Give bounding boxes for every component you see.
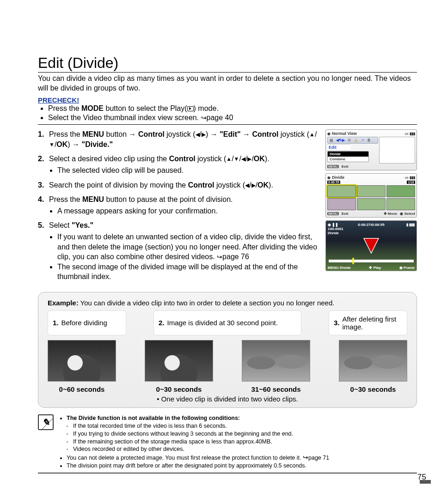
step-1: 1. Press the MENU button → Control joyst… — [38, 129, 322, 149]
step-num: 3. — [38, 180, 44, 190]
menu-button-label: MENU — [327, 165, 339, 168]
t: button — [104, 130, 129, 138]
n: 3. — [334, 319, 340, 327]
t: Control — [188, 181, 214, 189]
camera-icon: ◉ ❚❚ — [328, 223, 338, 227]
seek-bar — [329, 260, 414, 262]
step-num: 1. — [38, 129, 44, 140]
right-icon: ▶ — [251, 182, 256, 189]
n: 2. — [159, 319, 165, 327]
substep: The second image of the divided image wi… — [57, 262, 322, 282]
t: ) — [206, 130, 210, 138]
move-label: Move — [388, 212, 397, 216]
screen-title: Divide — [332, 175, 344, 180]
thumbnail — [386, 185, 415, 197]
t: ) — [67, 140, 72, 148]
thumbnail — [327, 185, 356, 197]
caption: 31~60 seconds — [251, 385, 300, 393]
note-sub: Videos recorded or edited by other devic… — [73, 445, 329, 453]
right-icon: ▶ — [202, 131, 206, 138]
menu-button-label: MENU — [328, 266, 339, 270]
t: joystick ( — [281, 130, 309, 138]
example-col-3: 0~30 seconds — [339, 340, 407, 393]
t: "Yes." — [72, 221, 93, 229]
t: Select a desired video clip using the — [49, 155, 169, 163]
t: page 76 — [222, 253, 249, 261]
t: ) mode. — [194, 104, 219, 112]
example-image-flower — [48, 340, 116, 382]
exit-label: Exit — [342, 212, 349, 216]
t: Press the — [48, 104, 81, 112]
frame-label: Frame — [404, 266, 415, 270]
playhead-marker-icon — [363, 237, 380, 255]
grid-icon: ▦ — [330, 138, 333, 142]
thumbnail-grid — [327, 185, 415, 210]
t: button to pause at the point of division… — [104, 195, 233, 203]
step-num: 4. — [38, 194, 44, 205]
t: After deleting first image. — [343, 315, 402, 331]
ref-arrow-icon — [217, 253, 222, 261]
thumbnail — [357, 198, 386, 210]
t: Control — [138, 130, 165, 138]
t: joystick ( — [196, 155, 227, 163]
caption: 0~30 seconds — [350, 385, 396, 393]
n: 1. — [53, 319, 59, 327]
caption: 0~60 seconds — [59, 385, 105, 393]
svg-marker-0 — [364, 238, 379, 253]
t: "Edit" — [218, 130, 241, 138]
t: page 40 — [207, 114, 233, 121]
example-col-2a: 0~30 seconds — [145, 340, 213, 393]
timecode-label: 0:00:27/0:00:55 — [358, 223, 384, 227]
example-step-2: 2.Image is divided at 30 second point. — [153, 310, 301, 335]
t: Control — [252, 130, 278, 138]
note-icon: ✎ — [38, 414, 54, 430]
example-step-3: 3.After deleting first image. — [329, 310, 407, 335]
t: MENU — [82, 195, 104, 203]
t: OK — [56, 140, 67, 148]
step-4: 4. Press the MENU button to pause at the… — [38, 194, 322, 216]
note-sub: If the total recorded time of the video … — [73, 422, 329, 430]
example-bottom-note: • One video clip is divided into two vid… — [48, 395, 407, 403]
camera-icon: ◉ — [327, 132, 331, 136]
t: MODE — [81, 104, 104, 112]
t: page 71 — [308, 455, 329, 461]
t: Control — [169, 155, 196, 163]
t: Image is divided at 30 second point. — [167, 319, 278, 327]
t: MENU — [82, 130, 104, 138]
t: ). — [269, 181, 273, 189]
t: "Divide." — [80, 140, 113, 148]
left-icon: ◀ — [241, 155, 245, 163]
example-image-flower — [145, 340, 213, 382]
arrow-icon: → — [129, 130, 136, 138]
edit-menu: Divide Combine — [327, 151, 369, 162]
note-sub: If you trying to divide sections without… — [73, 430, 329, 438]
battery-icon: ▮ ▮▮▮ — [406, 223, 415, 227]
t: joystick ( — [214, 181, 245, 189]
substep: If you want to delete an unwanted sectio… — [57, 232, 322, 262]
ref-arrow-icon — [303, 455, 308, 461]
screenshot-divide-playback: ◉ ❚❚ ▮ ▮▮▮ 0:00:27/0:00:55 100-0001 Divi… — [325, 220, 417, 271]
example-image-cactus — [339, 340, 407, 382]
t: Press the — [49, 195, 82, 203]
exit-label: Exit — [342, 164, 349, 169]
right-icon: ▶ — [247, 155, 251, 163]
t: OK — [257, 181, 269, 189]
t: Search the point of division by moving t… — [49, 181, 188, 189]
counter-label: 1/10 — [407, 181, 415, 184]
precheck-item-1: Press the MODE button to select the Play… — [48, 104, 417, 114]
edit-tool-icon: ◀✎▶ — [336, 138, 345, 142]
timecode-label: 0:00:55 — [327, 181, 340, 184]
trash-icon: 🗑 — [367, 138, 371, 142]
left-icon: ◀ — [196, 131, 200, 138]
example-heading: Example: You can divide a video clip int… — [48, 299, 407, 307]
note-main-2: You can not delete a protected image. Yo… — [67, 453, 329, 462]
substep: The selected video clip will be paused. — [57, 165, 322, 176]
gear-icon: ⚙ — [348, 138, 351, 142]
arrow-icon: → — [72, 140, 80, 148]
note-main-3: The division point may drift before or a… — [67, 462, 329, 470]
substep: A message appears asking for your confir… — [57, 206, 322, 216]
precheck-item-2: Select the Video thumbnail index view sc… — [48, 113, 417, 123]
t: Before dividing — [61, 319, 107, 327]
select-label: Select — [404, 212, 415, 216]
t: button to select the Play( — [104, 104, 187, 112]
